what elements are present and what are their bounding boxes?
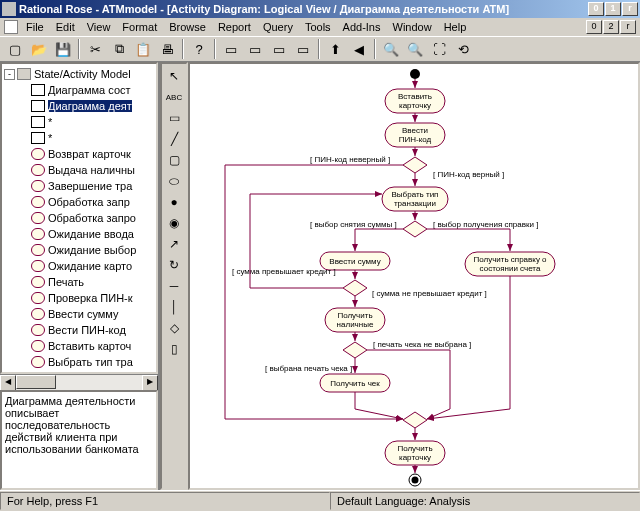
main-toolbar: ▢ 📂 💾 ✂ ⧉ 📋 🖶 ? ▭ ▭ ▭ ▭ ⬆ ◀ 🔍 🔍 ⛶ ⟲ (0, 36, 640, 62)
scroll-left-icon[interactable]: ◀ (0, 375, 16, 391)
start-state-tool[interactable]: ● (163, 192, 185, 212)
tree-item[interactable]: Выдача наличны (4, 162, 154, 178)
cut-button[interactable]: ✂ (84, 38, 106, 60)
activity-tool[interactable]: ⬭ (163, 171, 185, 191)
menu-file[interactable]: File (20, 20, 50, 34)
start-node[interactable] (410, 69, 420, 79)
tree-hscroll[interactable]: ◀ ▶ (0, 374, 158, 390)
decision-amount[interactable] (343, 280, 367, 296)
tree-item-label: Вставить карточ (48, 340, 131, 352)
transition-tool[interactable]: ↗ (163, 234, 185, 254)
tree-item[interactable]: * (4, 130, 154, 146)
minimize-button[interactable]: 0 (588, 2, 604, 16)
undo-fit-button[interactable]: ⟲ (452, 38, 474, 60)
fit-window-button[interactable]: ⛶ (428, 38, 450, 60)
act-icon (31, 356, 45, 368)
menu-browse[interactable]: Browse (163, 20, 212, 34)
act-icon (31, 196, 45, 208)
scroll-track[interactable] (16, 375, 142, 390)
menu-bar: File Edit View Format Browse Report Quer… (0, 18, 640, 36)
decision-pin[interactable] (403, 157, 427, 173)
browse-deploy-button[interactable]: ▭ (292, 38, 314, 60)
zoom-in-button[interactable]: 🔍 (380, 38, 402, 60)
tree-item[interactable]: Ожидание карто (4, 258, 154, 274)
browse-component-button[interactable]: ▭ (268, 38, 290, 60)
decision-receipt[interactable] (343, 342, 367, 358)
document-icon[interactable] (4, 20, 18, 34)
pointer-tool[interactable]: ↖ (163, 66, 185, 86)
sync-h-tool[interactable]: ─ (163, 276, 185, 296)
tree-item[interactable]: Получить карточ (4, 370, 154, 374)
tree-item-label: Ожидание карто (48, 260, 132, 272)
mdi-close-button[interactable]: r (620, 20, 636, 34)
decision-tool[interactable]: ◇ (163, 318, 185, 338)
tree-item[interactable]: Диаграмма деят (4, 98, 154, 114)
expand-icon[interactable]: - (4, 69, 15, 80)
act-icon (31, 180, 45, 192)
mdi-minimize-button[interactable]: 0 (586, 20, 602, 34)
documentation-pane[interactable]: Диаграмма деятельности описывает последо… (0, 390, 158, 490)
tree-item[interactable]: Возврат карточк (4, 146, 154, 162)
browse-class-button[interactable]: ▭ (220, 38, 242, 60)
tree-item[interactable]: Вести ПИН-код (4, 322, 154, 338)
text-tool[interactable]: ABC (163, 87, 185, 107)
tree-item[interactable]: Диаграмма сост (4, 82, 154, 98)
save-button[interactable]: 💾 (52, 38, 74, 60)
help-button[interactable]: ? (188, 38, 210, 60)
tree-item[interactable]: Ожидание выбор (4, 242, 154, 258)
separator (374, 39, 376, 59)
mdi-restore-button[interactable]: 2 (603, 20, 619, 34)
menu-format[interactable]: Format (116, 20, 163, 34)
zoom-out-button[interactable]: 🔍 (404, 38, 426, 60)
browse-prev-button[interactable]: ◀ (348, 38, 370, 60)
sync-v-tool[interactable]: │ (163, 297, 185, 317)
menu-window[interactable]: Window (387, 20, 438, 34)
tree-item[interactable]: Ожидание ввода (4, 226, 154, 242)
tree-item-label: Печать (48, 276, 84, 288)
act-icon (31, 260, 45, 272)
scroll-thumb[interactable] (16, 375, 56, 389)
menu-edit[interactable]: Edit (50, 20, 81, 34)
close-button[interactable]: r (622, 2, 638, 16)
tree-item[interactable]: Обработка запр (4, 194, 154, 210)
menu-report[interactable]: Report (212, 20, 257, 34)
print-button[interactable]: 🖶 (156, 38, 178, 60)
menu-query[interactable]: Query (257, 20, 299, 34)
window-controls: 0 1 r (588, 2, 638, 16)
end-state-tool[interactable]: ◉ (163, 213, 185, 233)
maximize-button[interactable]: 1 (605, 2, 621, 16)
copy-button[interactable]: ⧉ (108, 38, 130, 60)
scroll-right-icon[interactable]: ▶ (142, 375, 158, 391)
self-transition-tool[interactable]: ↻ (163, 255, 185, 275)
menu-help[interactable]: Help (438, 20, 473, 34)
diag-icon (31, 116, 45, 128)
tree-item[interactable]: Печать (4, 274, 154, 290)
new-button[interactable]: ▢ (4, 38, 26, 60)
tree-item[interactable]: Завершение тра (4, 178, 154, 194)
tree-item[interactable]: Вставить карточ (4, 338, 154, 354)
guard-label: [ ПИН-код верный ] (433, 170, 504, 179)
menu-tools[interactable]: Tools (299, 20, 337, 34)
anchor-tool[interactable]: ╱ (163, 129, 185, 149)
swimlane-tool[interactable]: ▯ (163, 339, 185, 359)
activity-label: Вставитькарточку (398, 92, 432, 110)
tree-item[interactable]: Ввести сумму (4, 306, 154, 322)
tree-item[interactable]: Выбрать тип тра (4, 354, 154, 370)
browse-parent-button[interactable]: ⬆ (324, 38, 346, 60)
merge-node[interactable] (403, 412, 427, 428)
browser-tree[interactable]: -State/Activity ModelДиаграмма состДиагр… (0, 62, 158, 374)
diagram-canvas[interactable]: Вставитькарточку ВвестиПИН-код [ ПИН-код… (188, 62, 640, 490)
tree-item[interactable]: Обработка запро (4, 210, 154, 226)
decision-type[interactable] (403, 221, 427, 237)
menu-addins[interactable]: Add-Ins (337, 20, 387, 34)
paste-button[interactable]: 📋 (132, 38, 154, 60)
browse-usecase-button[interactable]: ▭ (244, 38, 266, 60)
state-tool[interactable]: ▢ (163, 150, 185, 170)
note-tool[interactable]: ▭ (163, 108, 185, 128)
act-icon (31, 308, 45, 320)
open-button[interactable]: 📂 (28, 38, 50, 60)
tree-item[interactable]: Проверка ПИН-к (4, 290, 154, 306)
menu-view[interactable]: View (81, 20, 117, 34)
tree-item[interactable]: * (4, 114, 154, 130)
tree-item[interactable]: -State/Activity Model (4, 66, 154, 82)
